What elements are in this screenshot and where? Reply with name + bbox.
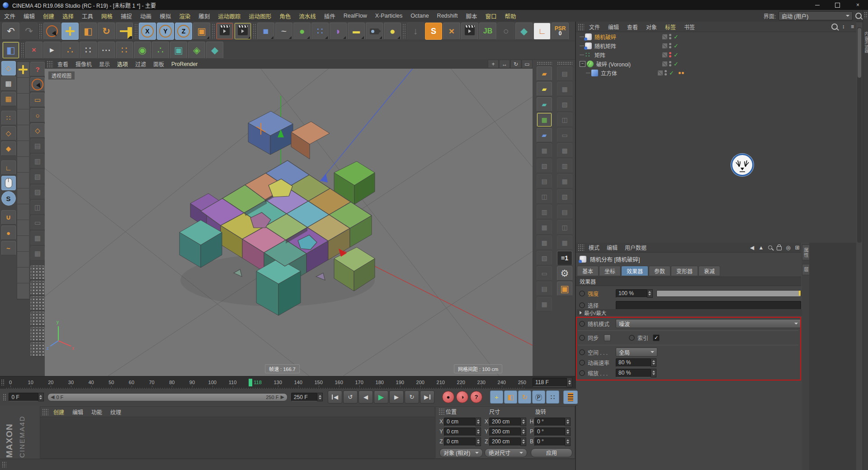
goto-start-button[interactable]: ◀ [328, 390, 342, 404]
array-preset-icon[interactable]: ▤ [557, 66, 572, 81]
visibility-dots[interactable] [669, 61, 671, 66]
menubar-item-22[interactable]: 帮助 [501, 10, 520, 22]
scale-ruler-icon[interactable]: =1 [557, 251, 572, 265]
end-frame-spinner[interactable] [317, 393, 323, 401]
cursor-arrow-icon[interactable]: ▲ [757, 244, 765, 251]
coord-field-y0[interactable]: 0 cm [444, 428, 476, 436]
menubar-item-16[interactable]: RealFlow [340, 10, 371, 22]
menubar-item-3[interactable]: 选择 [58, 10, 78, 22]
make-editable-icon[interactable]: ◇ [1, 61, 16, 75]
array-dots-icon[interactable] [30, 296, 45, 310]
subdivision-icon[interactable]: ● [293, 23, 311, 40]
polygon-selection-icon[interactable]: ◇ [30, 123, 45, 138]
rectangle-selection-icon[interactable]: ▭ [30, 93, 45, 107]
keyframe-dot-icon[interactable] [579, 335, 585, 341]
menubar-item-17[interactable]: X-Particles [371, 10, 406, 22]
menubar-item-5[interactable]: 网格 [97, 10, 117, 22]
object-row-3[interactable]: −破碎 (Voronoi)✓ [576, 59, 856, 68]
preset-icon[interactable]: ◫ [537, 189, 552, 204]
projection-ball-icon[interactable]: ◆ [515, 23, 533, 40]
timeline-mode-button[interactable] [563, 390, 578, 404]
om-menu-3[interactable]: 对象 [642, 22, 661, 32]
size-mode-dropdown[interactable]: 绝对尺寸 [485, 448, 527, 457]
live-selection-icon[interactable] [30, 77, 45, 92]
tab-0[interactable]: 基本 [577, 266, 599, 276]
coord-field-p2[interactable]: 0 ° [534, 428, 565, 436]
object-row-1[interactable]: 随机矩阵✓ [576, 41, 856, 50]
new-window-icon[interactable]: ⊞ [793, 244, 801, 251]
undo-icon[interactable]: ↶ [2, 23, 19, 40]
enabled-check-icon[interactable]: ✓ [669, 70, 674, 76]
viewport-menu-0[interactable]: 查看 [54, 59, 72, 69]
axis-locate-icon[interactable]: ∟ [533, 23, 551, 40]
array-dots-icon[interactable] [30, 342, 45, 357]
menubar-item-11[interactable]: 运动跟踪 [214, 10, 245, 22]
solo-single-icon[interactable]: S [1, 191, 16, 206]
screen-tool-icon[interactable]: ▰ [537, 128, 552, 142]
menubar-item-18[interactable]: Octane [406, 10, 433, 22]
keyframe-dot-icon[interactable] [579, 349, 585, 355]
menubar-item-20[interactable]: 脚本 [462, 10, 481, 22]
timeline-tick-40[interactable]: 40 [87, 380, 95, 385]
mat-menu-0[interactable]: 创建 [49, 407, 68, 417]
spline-pen-icon[interactable]: ~ [275, 23, 292, 40]
tool-slot[interactable] [17, 62, 29, 78]
search-icon[interactable] [766, 244, 774, 251]
mat-menu-3[interactable]: 纹理 [106, 407, 125, 417]
lock-icon[interactable] [775, 244, 783, 251]
filter-icon[interactable]: ↕ [840, 24, 847, 30]
palette-drag-handle[interactable] [557, 61, 572, 65]
coord-spinner[interactable] [565, 418, 571, 426]
settings-gear-icon[interactable]: ⚙ [557, 266, 572, 281]
render-view-icon[interactable] [216, 23, 233, 40]
visibility-dots[interactable] [669, 52, 671, 57]
empty-tool-slot[interactable] [17, 109, 29, 125]
rotate-view-icon[interactable]: ↻ [510, 60, 521, 68]
minimize-button[interactable] [807, 0, 827, 10]
om-menu-4[interactable]: 标签 [661, 22, 680, 32]
empty-tool-slot[interactable] [17, 283, 29, 299]
menubar-item-0[interactable]: 文件 [0, 10, 19, 22]
coord-mode-dropdown[interactable]: 对象 (相对) [439, 448, 483, 457]
move-axis-icon[interactable] [116, 23, 133, 40]
array-preset-icon[interactable]: ◫ [557, 113, 572, 127]
enabled-check-icon[interactable]: ✓ [674, 61, 679, 67]
coord-spinner[interactable] [565, 428, 571, 436]
keyframe-dot-icon[interactable] [579, 321, 585, 327]
array-dots-icon[interactable] [30, 311, 45, 326]
timeline-tick-0[interactable]: 0 [6, 380, 14, 385]
visibility-dots[interactable] [669, 34, 671, 39]
anim-speed-spinner[interactable] [651, 358, 656, 367]
object-manager-scrollbar[interactable] [857, 27, 862, 243]
polygon-mode-icon[interactable]: ◆ [1, 141, 16, 156]
enabled-check-icon[interactable]: ✓ [674, 33, 679, 40]
timeline-tick-90[interactable]: 90 [188, 380, 196, 385]
space-dropdown[interactable]: 全局 [616, 348, 657, 357]
goto-end-button[interactable]: ▶ [420, 390, 434, 404]
scale-spinner[interactable] [651, 369, 656, 377]
play-button[interactable]: ▶ [374, 390, 388, 404]
preset-icon[interactable]: ▦ [537, 220, 552, 235]
timeline-tick-70[interactable]: 70 [148, 380, 156, 385]
coord-spinner[interactable] [476, 428, 481, 436]
timeline-tick-10[interactable]: 10 [27, 380, 35, 385]
maximize-view-icon[interactable]: ▭ [522, 60, 533, 68]
snap-magnet-icon[interactable]: ∪ [1, 210, 16, 225]
dots-grid-icon[interactable]: ∷ [80, 42, 97, 59]
primitive-cube-icon[interactable]: ■ [257, 23, 274, 40]
prev-key-button[interactable]: ↺ [343, 390, 358, 404]
panel-drag-handle[interactable] [439, 408, 445, 415]
viewport-menu-6[interactable]: ProRender [168, 59, 201, 69]
brush-icon[interactable]: ▦ [30, 246, 45, 261]
search-icon[interactable] [855, 13, 862, 19]
scale-input[interactable]: 80 % [616, 369, 651, 377]
workplane-mode-icon[interactable]: ▦ [1, 92, 16, 106]
tab-1[interactable]: 坐标 [599, 266, 621, 276]
burger-menu-icon[interactable]: ≡ [849, 24, 856, 30]
timeline-tick-110[interactable]: 110 [229, 380, 237, 385]
timeline-tick-140[interactable]: 140 [294, 380, 302, 385]
movie-clapper-icon[interactable] [461, 23, 478, 40]
sync-checkbox[interactable] [604, 334, 611, 341]
scale-tool-icon[interactable]: ◧ [80, 23, 97, 40]
lock-z-icon[interactable]: Z [175, 23, 192, 40]
